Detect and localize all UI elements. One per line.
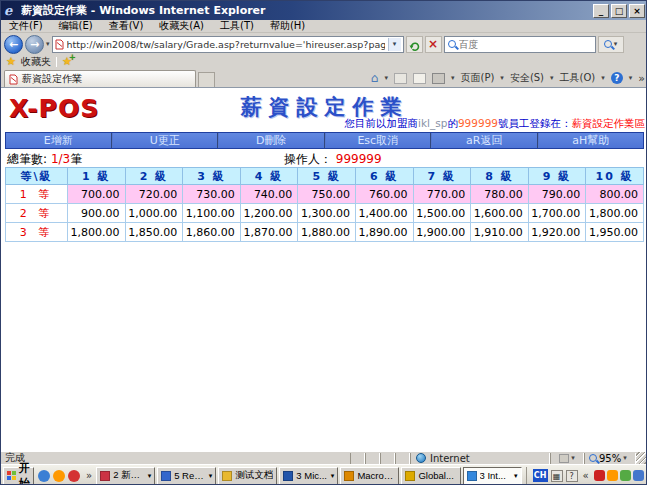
taskbar-button-0[interactable]: 2 新浪UC▾ <box>96 467 155 485</box>
action-button-5[interactable]: aH幫助 <box>537 133 644 148</box>
forward-button[interactable]: → <box>25 35 44 54</box>
notes-tray-icon[interactable] <box>620 470 631 481</box>
menu-item-1[interactable]: 编辑(E) <box>51 19 101 33</box>
qq-tray-icon[interactable] <box>594 470 605 481</box>
window-title: 薪資設定作業 - Windows Internet Explorer <box>21 3 591 18</box>
new-tab-stub[interactable] <box>198 72 215 87</box>
keyboard-icon[interactable]: ▦ <box>551 470 563 482</box>
page-icon <box>55 39 64 50</box>
salary-cell: 1,100.00 <box>183 204 241 223</box>
taskbar-button-label: 测试文档 <box>235 469 273 482</box>
page-chevron-icon[interactable]: ▾ <box>500 74 504 82</box>
tray-overflow-chevron-icon[interactable]: « <box>581 470 591 481</box>
messenger-tray-icon[interactable] <box>633 470 644 481</box>
table-column-header: 4 級 <box>240 168 298 185</box>
protected-mode-chevron-icon[interactable]: ▾ <box>571 454 575 462</box>
title-bar[interactable]: e 薪資設定作業 - Windows Internet Explorer _ □… <box>1 1 647 20</box>
app-icon <box>222 471 232 481</box>
salary-cell: 1,900.00 <box>413 223 471 242</box>
table-row[interactable]: 2 等900.001,000.001,100.001,200.001,300.0… <box>6 204 644 223</box>
safety-chevron-icon[interactable]: ▾ <box>550 74 554 82</box>
login-status-segment: 號員工登錄在： <box>498 117 572 129</box>
table-column-header: 5 級 <box>298 168 356 185</box>
read-mail-icon[interactable] <box>413 73 426 84</box>
table-row[interactable]: 3 等1,800.001,850.001,860.001,870.001,880… <box>6 223 644 242</box>
windows-flag-icon <box>7 471 16 480</box>
taskbar-button-5[interactable]: Global... <box>401 467 460 485</box>
maximize-button[interactable]: □ <box>611 4 627 18</box>
add-favorite-icon[interactable]: ★ <box>62 55 72 68</box>
resize-grip[interactable] <box>636 452 647 464</box>
zoom-control[interactable]: 95% ▾ <box>584 453 636 464</box>
help-chevron-icon[interactable]: ▾ <box>629 74 633 82</box>
status-pane <box>350 453 365 464</box>
table-row[interactable]: 1 等700.00720.00730.00740.00750.00760.007… <box>6 185 644 204</box>
taskbar-button-3[interactable]: 3 Mic...▾ <box>279 467 338 485</box>
feeds-icon[interactable] <box>394 73 407 84</box>
url-dropdown-icon[interactable]: ▾ <box>388 38 401 51</box>
refresh-button[interactable] <box>406 36 423 53</box>
favorites-label[interactable]: 收藏夹 <box>21 55 51 69</box>
salary-cell: 1,910.00 <box>471 223 529 242</box>
minimize-button[interactable]: _ <box>593 4 609 18</box>
table-column-header: 8 級 <box>471 168 529 185</box>
search-go-button[interactable]: ▾ <box>598 36 624 53</box>
search-input[interactable] <box>459 39 592 50</box>
action-button-4[interactable]: aR返回 <box>430 133 537 148</box>
login-status-segment: ikl_sp <box>418 117 447 129</box>
safety-menu[interactable]: 安全(S) <box>510 71 544 85</box>
print-icon[interactable] <box>432 73 445 84</box>
action-button-2[interactable]: D刪除 <box>217 133 324 148</box>
taskbar-button-4[interactable]: Macrom... <box>340 467 399 485</box>
tools-chevron-icon[interactable]: ▾ <box>601 74 605 82</box>
back-button[interactable]: ← <box>4 35 23 54</box>
total-records-value: 1/3 <box>51 152 70 166</box>
close-button[interactable]: × <box>629 4 645 18</box>
quick-launch-chevron-icon[interactable]: » <box>84 470 94 481</box>
security-zone-pane: Internet <box>410 453 550 464</box>
page-menu[interactable]: 页面(P) <box>461 71 495 85</box>
ime-help-icon[interactable]: ? <box>566 470 578 482</box>
uc-quicklaunch-icon[interactable] <box>53 470 65 482</box>
menu-item-5[interactable]: 帮助(H) <box>262 19 313 33</box>
address-bar[interactable]: http://win2008/tw/salary/Grade.asp?retur… <box>52 36 404 53</box>
page-content: X-POS 薪資設定作業 您目前以加盟商ikl_sp的999999號員工登錄在：… <box>1 87 647 451</box>
status-bar: 完成 Internet ▾ 95% ▾ <box>1 451 647 464</box>
grade-cell: 3 等 <box>6 223 68 242</box>
qq-quicklaunch-icon[interactable] <box>68 470 80 482</box>
url-text[interactable]: http://win2008/tw/salary/Grade.asp?retur… <box>67 39 385 50</box>
action-button-0[interactable]: E增新 <box>6 133 111 148</box>
home-chevron-icon[interactable]: ▾ <box>384 74 388 82</box>
menu-item-3[interactable]: 收藏夹(A) <box>151 19 212 33</box>
print-chevron-icon[interactable]: ▾ <box>451 74 455 82</box>
recent-pages-chevron-icon[interactable]: ▾ <box>46 40 50 48</box>
home-icon[interactable]: ⌂ <box>371 71 379 85</box>
search-box[interactable] <box>444 36 596 53</box>
ie-quicklaunch-icon[interactable] <box>38 470 50 482</box>
menu-bar: 文件(F)编辑(E)查看(V)收藏夹(A)工具(T)帮助(H) <box>1 20 647 33</box>
downloader-tray-icon[interactable] <box>607 470 618 481</box>
salary-cell: 900.00 <box>68 204 126 223</box>
menu-item-0[interactable]: 文件(F) <box>1 19 51 33</box>
search-options-chevron-icon[interactable]: ▾ <box>614 40 618 48</box>
task-buttons: 2 新浪UC▾5 Rem...▾测试文档3 Mic...▾Macrom...Gl… <box>96 467 521 485</box>
taskbar-button-6[interactable]: 3 Int...▾ <box>463 467 522 485</box>
menu-item-4[interactable]: 工具(T) <box>212 19 262 33</box>
zoom-chevron-icon[interactable]: ▾ <box>623 454 627 462</box>
favorites-star-icon[interactable]: ★ <box>6 55 16 68</box>
action-button-1[interactable]: U更正 <box>111 133 218 148</box>
tab-salary-setting[interactable]: 薪資設定作業 <box>4 70 196 87</box>
more-commands-chevron-icon[interactable]: » <box>638 72 645 85</box>
tools-menu[interactable]: 工具(O) <box>560 71 596 85</box>
start-button[interactable]: 开始 <box>3 467 34 485</box>
language-indicator[interactable]: CH <box>533 469 548 482</box>
stop-button[interactable]: × <box>425 36 442 53</box>
help-icon[interactable]: ? <box>611 72 623 84</box>
salary-cell: 1,800.00 <box>68 223 126 242</box>
total-records-label: 總筆數: <box>7 152 47 166</box>
taskbar-button-2[interactable]: 测试文档 <box>218 467 277 485</box>
menu-item-2[interactable]: 查看(V) <box>101 19 152 33</box>
action-button-3[interactable]: Esc取消 <box>324 133 431 148</box>
protected-mode-pane[interactable]: ▾ <box>550 453 584 464</box>
taskbar-button-1[interactable]: 5 Rem...▾ <box>157 467 216 485</box>
